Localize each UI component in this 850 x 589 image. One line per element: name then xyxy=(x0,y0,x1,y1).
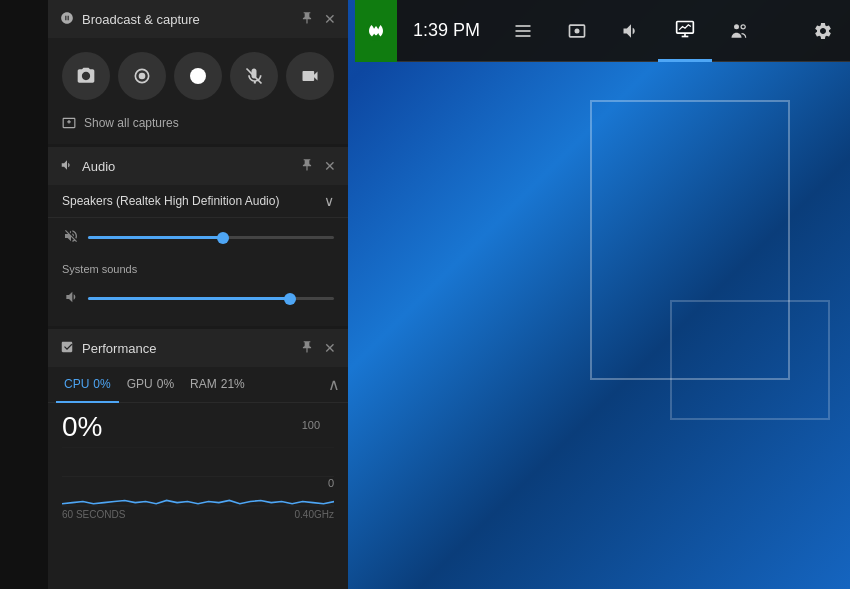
speaker-low-icon xyxy=(63,289,79,305)
svg-rect-2 xyxy=(516,30,531,32)
perf-footer-freq: 0.40GHz xyxy=(295,509,334,520)
audio-header: Audio ✕ xyxy=(48,147,348,185)
xbox-nav-audio[interactable] xyxy=(604,0,658,62)
capture-icon xyxy=(567,21,587,41)
performance-icon xyxy=(675,19,695,39)
performance-tabs: CPU 0% GPU 0% RAM 21% ∧ xyxy=(48,367,348,403)
broadcast-close-icon[interactable]: ✕ xyxy=(324,11,336,27)
system-sounds-fill xyxy=(88,297,290,300)
main-volume-row xyxy=(48,218,348,253)
broadcast-capture-header: Broadcast & capture ✕ xyxy=(48,0,348,38)
friends-icon xyxy=(729,21,749,41)
broadcast-pin-icon[interactable] xyxy=(300,11,314,28)
system-sounds-thumb xyxy=(284,293,296,305)
perf-tab-gpu-value: 0% xyxy=(157,377,174,391)
camera-icon xyxy=(300,66,320,86)
perf-tab-gpu-label: GPU xyxy=(127,377,153,391)
performance-graph-svg xyxy=(62,447,334,507)
mute-icon[interactable] xyxy=(62,228,80,247)
system-sounds-label: System sounds xyxy=(48,253,348,279)
xbox-nav-capture[interactable] xyxy=(550,0,604,62)
xbox-time: 1:39 PM xyxy=(397,20,496,41)
perf-tab-cpu-value: 0% xyxy=(93,377,110,391)
audio-icon xyxy=(621,21,641,41)
speakers-chevron-icon: ∨ xyxy=(324,193,334,209)
perf-tab-ram[interactable]: RAM 21% xyxy=(182,367,253,403)
svg-point-5 xyxy=(575,28,580,33)
performance-header-icon xyxy=(60,340,74,357)
show-captures-label: Show all captures xyxy=(84,116,179,130)
performance-collapse-icon[interactable]: ∧ xyxy=(328,375,340,394)
broadcast-title: Broadcast & capture xyxy=(82,12,300,27)
svg-point-9 xyxy=(734,24,739,29)
performance-title: Performance xyxy=(82,341,300,356)
performance-graph-zero: 0 xyxy=(328,477,334,489)
xbox-nav-settings[interactable] xyxy=(796,0,850,62)
performance-close-icon[interactable]: ✕ xyxy=(324,340,336,356)
system-sounds-row xyxy=(48,279,348,314)
performance-current-percent: 0% xyxy=(62,411,102,442)
performance-graph-area: 0% 100 0 60 SECONDS 0.40GHz xyxy=(48,403,348,530)
perf-tab-cpu-label: CPU xyxy=(64,377,89,391)
recording-toggle-button[interactable] xyxy=(118,52,166,100)
xbox-nav-performance[interactable] xyxy=(658,0,712,62)
xbox-nav-friends[interactable] xyxy=(712,0,766,62)
camera-button[interactable] xyxy=(286,52,334,100)
audio-close-icon[interactable]: ✕ xyxy=(324,158,336,174)
audio-title: Audio xyxy=(82,159,300,174)
svg-point-12 xyxy=(139,73,146,80)
svg-point-10 xyxy=(741,24,745,28)
audio-section-icon xyxy=(60,158,74,172)
audio-section: Audio ✕ Speakers (Realtek High Definitio… xyxy=(48,147,348,326)
main-volume-fill xyxy=(88,236,223,239)
show-captures-link[interactable]: Show all captures xyxy=(48,110,348,144)
broadcast-header-icon xyxy=(60,11,74,28)
performance-pin-icon[interactable] xyxy=(300,340,314,357)
broadcast-capture-section: Broadcast & capture ✕ xyxy=(48,0,348,144)
performance-footer: 60 SECONDS 0.40GHz xyxy=(62,507,334,522)
speakers-row[interactable]: Speakers (Realtek High Definition Audio)… xyxy=(48,185,348,218)
audio-header-icon xyxy=(60,158,74,175)
record-dot xyxy=(190,68,206,84)
broadcast-buttons-row xyxy=(48,38,348,110)
xbox-logo-icon xyxy=(364,19,388,43)
speaker-mute-icon xyxy=(63,228,79,244)
screenshot-icon xyxy=(76,66,96,86)
main-volume-slider[interactable] xyxy=(88,236,334,239)
gear-icon xyxy=(813,21,833,41)
svg-rect-3 xyxy=(516,35,531,37)
speakers-label: Speakers (Realtek High Definition Audio) xyxy=(62,194,279,208)
perf-tab-cpu[interactable]: CPU 0% xyxy=(56,367,119,403)
xbox-game-bar: 1:39 PM xyxy=(355,0,850,62)
perf-footer-seconds: 60 SECONDS xyxy=(62,509,125,520)
xbox-nav-icons xyxy=(496,0,796,62)
desktop-decoration-2 xyxy=(670,300,830,420)
mute-mic-icon xyxy=(244,66,264,86)
performance-graph-max: 100 xyxy=(302,419,320,431)
perf-tab-ram-label: RAM xyxy=(190,377,217,391)
mute-mic-button[interactable] xyxy=(230,52,278,100)
performance-graph: 0 xyxy=(62,447,334,507)
performance-section-icon xyxy=(60,340,74,354)
system-sounds-icon xyxy=(62,289,80,308)
perf-tab-gpu[interactable]: GPU 0% xyxy=(119,367,182,403)
show-captures-icon xyxy=(62,116,76,130)
svg-rect-1 xyxy=(516,25,531,27)
xbox-nav-menu[interactable] xyxy=(496,0,550,62)
menu-icon xyxy=(513,21,533,41)
left-strip xyxy=(0,0,48,589)
performance-header: Performance ✕ xyxy=(48,329,348,367)
perf-tab-ram-value: 21% xyxy=(221,377,245,391)
side-panel: Broadcast & capture ✕ xyxy=(48,0,348,589)
system-sounds-slider[interactable] xyxy=(88,297,334,300)
broadcast-icon xyxy=(60,11,74,25)
screenshot-button[interactable] xyxy=(62,52,110,100)
record-button[interactable] xyxy=(174,52,222,100)
xbox-logo xyxy=(355,0,397,62)
performance-section: Performance ✕ CPU 0% GPU 0% RAM 21% ∧ xyxy=(48,329,348,589)
recording-icon xyxy=(132,66,152,86)
audio-pin-icon[interactable] xyxy=(300,158,314,175)
main-volume-thumb xyxy=(217,232,229,244)
